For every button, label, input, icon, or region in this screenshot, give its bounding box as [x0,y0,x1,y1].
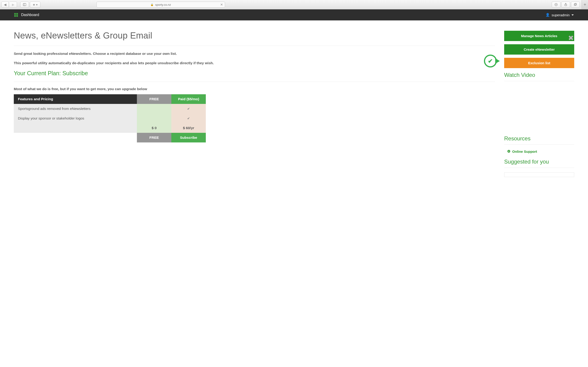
support-icon: ❂ [507,149,510,153]
divider [14,82,495,82]
paid-cell [171,114,206,123]
svg-rect-5 [575,3,577,5]
pricing-table: Features and Pricing FREE Paid ($5/mo) S… [14,94,206,142]
total-paid: $ 60/yr [171,123,206,133]
table-row: Sportsground ads removed from eNewslette… [14,104,206,114]
username: superadmin [552,13,570,17]
feature-cell: Sportsground ads removed from eNewslette… [14,104,137,114]
online-support-label: Online Support [512,150,537,153]
chevron-down-icon [571,15,574,16]
online-support-link[interactable]: ❂ Online Support [507,149,574,153]
watch-video-heading: Watch Video [504,72,574,78]
close-icon[interactable]: ✖ [568,34,574,42]
downloads-button[interactable] [552,2,561,8]
address-host: sporty.co.nz [155,3,171,6]
dashboard-icon [14,13,18,17]
dashboard-label: Dashboard [21,13,39,17]
table-row: Display your sponsor or stakeholder logo… [14,114,206,123]
create-enewsletter-button[interactable]: Create eNewsletter [504,44,574,55]
intro-line-2: This powerful utility automatically de-d… [14,60,495,66]
col-header-feature: Features and Pricing [14,94,137,104]
current-plan-heading: Your Current Plan: Subscribe [14,70,495,77]
back-button[interactable]: ◀ [1,2,9,8]
page-title: News, eNewsletters & Group Email [14,31,152,41]
user-icon: 👤 [545,13,550,17]
bookmarks-button[interactable]: ★ ▾ [30,2,40,8]
suggested-placeholder [504,173,574,177]
free-cell [137,104,171,114]
tabs-button[interactable] [571,2,580,8]
new-tab-button[interactable]: + [582,0,588,9]
dashboard-link[interactable]: Dashboard [14,13,39,17]
address-bar[interactable]: 🔒 sporty.co.nz ✕ [96,2,225,8]
exclusion-list-button[interactable]: Exclusion list [504,58,574,68]
browser-chrome: ◀ ▶ ★ ▾ 🔒 sporty.co.nz ✕ + [0,0,588,9]
divider [504,144,574,145]
free-action[interactable]: FREE [137,133,171,142]
user-menu[interactable]: 👤 superadmin [545,13,574,17]
paid-cell [171,104,206,114]
total-free: $ 0 [137,123,171,133]
action-blank [14,133,137,142]
stop-reload-icon[interactable]: ✕ [220,3,223,6]
resources-heading: Resources [504,135,574,142]
intro-line-1: Send great looking professional eNewslet… [14,51,495,56]
col-header-paid: Paid ($5/mo) [171,94,206,104]
subscribe-button[interactable]: Subscribe [171,133,206,142]
lock-icon: 🔒 [150,3,154,6]
check-icon [187,116,190,120]
suggested-heading: Suggested for you [504,158,574,165]
total-label-cell [14,123,137,133]
check-icon [187,107,190,110]
video-placeholder [504,86,574,132]
upgrade-note: Most of what we do is free, but if you w… [14,87,495,91]
svg-rect-4 [574,4,576,6]
callout-badge [484,55,497,67]
sidebar-toggle-button[interactable] [20,2,29,8]
share-button[interactable] [561,2,570,8]
divider [504,81,574,81]
divider [14,46,495,46]
svg-rect-0 [23,3,26,6]
divider [504,168,574,168]
check-icon [488,58,493,65]
free-cell [137,114,171,123]
col-header-free: FREE [137,94,171,104]
manage-news-button[interactable]: Manage News Articles [504,31,574,41]
forward-button[interactable]: ▶ [10,2,17,8]
feature-cell: Display your sponsor or stakeholder logo… [14,114,137,123]
app-navbar: Dashboard 👤 superadmin [0,9,588,20]
